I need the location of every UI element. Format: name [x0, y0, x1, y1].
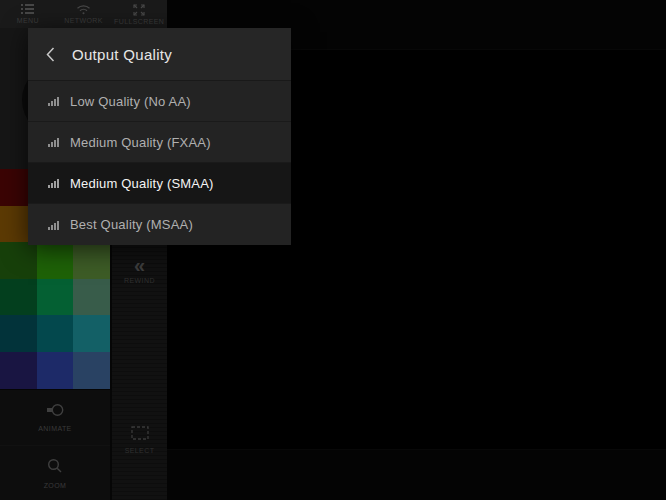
color-swatch[interactable]	[37, 242, 74, 279]
color-swatch[interactable]	[73, 279, 110, 316]
swatch-row	[0, 315, 110, 352]
wifi-icon	[76, 4, 91, 15]
quality-option-medium-smaa[interactable]: Medium Quality (SMAA)	[28, 163, 291, 204]
quality-bars-icon	[48, 220, 70, 230]
back-button[interactable]	[28, 47, 72, 62]
quality-option-best[interactable]: Best Quality (MSAA)	[28, 204, 291, 245]
rewind-icon: «	[134, 256, 145, 274]
menu-list-icon	[21, 4, 34, 15]
animate-button[interactable]: ANIMATE	[0, 389, 110, 445]
color-swatch[interactable]	[37, 352, 74, 389]
color-swatch[interactable]	[37, 315, 74, 352]
color-swatch[interactable]	[73, 352, 110, 389]
color-swatch[interactable]	[0, 315, 37, 352]
color-swatch[interactable]	[37, 279, 74, 316]
menu-button[interactable]: MENU	[0, 0, 56, 28]
rewind-button-label: REWIND	[124, 277, 155, 284]
animate-icon	[44, 403, 66, 421]
zoom-button[interactable]: ZOOM	[0, 445, 110, 500]
select-icon	[131, 426, 149, 444]
output-quality-panel: Output Quality Low Quality (No AA) Mediu…	[28, 28, 291, 245]
quality-option-label: Medium Quality (FXAA)	[70, 135, 211, 150]
zoom-button-label: ZOOM	[44, 482, 67, 489]
top-toolbar: MENU NETWORK FULLSCREEN	[0, 0, 167, 28]
swatch-row	[0, 242, 110, 279]
panel-title: Output Quality	[72, 46, 172, 63]
quality-bars-icon	[48, 137, 70, 147]
quality-option-label: Low Quality (No AA)	[70, 94, 191, 109]
panel-header: Output Quality	[28, 28, 291, 81]
zoom-icon	[47, 458, 63, 478]
menu-button-label: MENU	[17, 17, 39, 24]
animate-button-label: ANIMATE	[38, 425, 71, 432]
quality-option-low[interactable]: Low Quality (No AA)	[28, 81, 291, 122]
rewind-button[interactable]: « REWIND	[112, 256, 167, 284]
network-button-label: NETWORK	[64, 17, 103, 24]
quality-option-label: Medium Quality (SMAA)	[70, 176, 214, 191]
network-button[interactable]: NETWORK	[56, 0, 112, 28]
back-chevron-icon	[46, 47, 55, 62]
color-swatch[interactable]	[0, 279, 37, 316]
fullscreen-icon	[133, 4, 145, 16]
fullscreen-button[interactable]: FULLSCREEN	[111, 0, 167, 28]
swatch-row	[0, 279, 110, 316]
color-swatch[interactable]	[73, 242, 110, 279]
quality-bars-icon	[48, 178, 70, 188]
quality-bars-icon	[48, 96, 70, 106]
quality-option-medium-fxaa[interactable]: Medium Quality (FXAA)	[28, 122, 291, 163]
fullscreen-button-label: FULLSCREEN	[114, 18, 164, 25]
quality-option-label: Best Quality (MSAA)	[70, 217, 193, 232]
app-root: MENU NETWORK FULLSCREEN	[0, 0, 666, 500]
color-swatch[interactable]	[73, 315, 110, 352]
select-button-label: SELECT	[125, 447, 155, 454]
swatch-row	[0, 352, 110, 389]
select-button[interactable]: SELECT	[112, 426, 167, 454]
color-swatch[interactable]	[0, 242, 37, 279]
color-swatch[interactable]	[0, 352, 37, 389]
